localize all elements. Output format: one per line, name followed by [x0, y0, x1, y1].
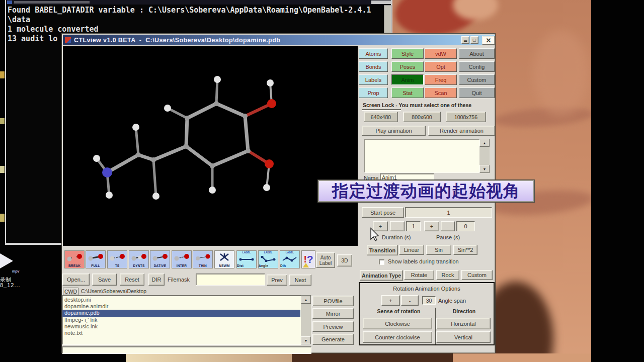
auto-label-button[interactable]: Auto Label	[316, 252, 335, 268]
panel-button-bonds[interactable]: Bonds	[359, 61, 388, 72]
toolbar-inter-button[interactable]: INTER	[172, 250, 192, 268]
console-titlebar-text	[14, 1, 90, 4]
panel-button-config[interactable]: Config	[459, 61, 495, 72]
toolbar-ts-button[interactable]: TS	[107, 250, 127, 268]
angle-span-field[interactable]: 30	[422, 296, 436, 305]
angle-minus-button[interactable]: -	[401, 295, 419, 306]
transition-sin-button[interactable]: Sin	[426, 245, 451, 255]
transition-label: Transition	[367, 245, 398, 255]
screen-lock-heading: Screen Lock - You must select one of the…	[363, 102, 471, 108]
transition-linear-button[interactable]: Linear	[399, 245, 424, 255]
generate-button[interactable]: Generate	[312, 334, 354, 345]
minimize-button[interactable]: ▃	[461, 36, 469, 44]
toolbar-dative-button[interactable]: DATIVE	[150, 250, 170, 268]
counter-clockwise-button[interactable]: Counter clockwise	[363, 331, 432, 343]
panel-button-prop[interactable]: Prop	[359, 87, 388, 98]
clockwise-button[interactable]: Clockwise	[363, 318, 432, 329]
panel-button-about[interactable]: About	[459, 48, 495, 59]
open-button[interactable]: Open...	[62, 274, 90, 286]
animation-listbox[interactable]	[364, 139, 490, 173]
scroll-up-icon[interactable]: ▲	[479, 139, 490, 147]
desktop-icon-4[interactable]	[0, 214, 5, 222]
render-animation-button[interactable]: Render animation	[428, 126, 495, 136]
start-pose-button[interactable]: Start pose	[362, 207, 404, 218]
vertical-button[interactable]: Vertical	[436, 331, 491, 343]
scroll-up-icon[interactable]: ▲	[301, 296, 311, 304]
console-titlebar[interactable]	[6, 0, 391, 5]
console-scrollbar[interactable]	[384, 5, 391, 33]
pause-plus-button[interactable]: +	[424, 221, 439, 231]
file-list[interactable]: desktop.ini dopamine.animdir dopamine.pd…	[62, 295, 311, 345]
pause-minus-button[interactable]: -	[441, 221, 455, 231]
povfile-button[interactable]: POVfile	[312, 296, 354, 306]
desktop-icon-1[interactable]	[0, 71, 5, 78]
toolbar-dist-label-button[interactable]: LABELDist	[236, 250, 257, 268]
resolution-640x480-button[interactable]: 640x480	[364, 112, 398, 122]
panel-button-labels[interactable]: Labels	[359, 74, 388, 85]
mirror-button[interactable]: Mirror	[312, 308, 354, 319]
file-item[interactable]: dopamine.animdir	[62, 303, 311, 310]
panel-button-anim[interactable]: Anim	[391, 74, 424, 85]
panel-button-freq[interactable]: Freq	[425, 74, 457, 85]
pause-label: Pause (s)	[436, 234, 460, 240]
close-button[interactable]: ✕	[482, 36, 495, 45]
file-item[interactable]: desktop.ini	[62, 297, 311, 303]
file-item[interactable]: note.txt	[62, 330, 311, 336]
file-item[interactable]: newmusic.lnk	[62, 323, 311, 330]
panel-button-opt[interactable]: Opt	[425, 61, 457, 72]
angle-plus-button[interactable]: +	[381, 295, 400, 306]
resolution-800x600-button[interactable]: 800x600	[403, 112, 441, 122]
maximize-button[interactable]: ▢	[470, 36, 478, 44]
animation-type-rotate-button[interactable]: Rotate	[404, 270, 434, 280]
play-animation-button[interactable]: Play animation	[362, 126, 426, 136]
toolbar-help-button[interactable]: !?	[301, 250, 315, 268]
show-labels-checkbox[interactable]	[379, 259, 384, 265]
toolbar-break-button[interactable]: BREAK	[64, 250, 85, 268]
scroll-down-icon[interactable]: ▼	[301, 336, 311, 344]
toolbar-thin-button[interactable]: THIN	[193, 250, 213, 268]
animation-type-rock-button[interactable]: Rock	[436, 270, 459, 280]
panel-button-atoms[interactable]: Atoms	[359, 48, 388, 59]
cwd-label: CWD	[63, 288, 78, 295]
transition-sin2-button[interactable]: Sin**2	[453, 245, 477, 255]
filemask-field[interactable]	[196, 274, 265, 286]
file-item[interactable]: ffmpeg- i¸' lnk	[62, 317, 311, 323]
panel-button-scan[interactable]: Scan	[425, 87, 457, 98]
save-button[interactable]: Save	[92, 274, 117, 286]
console-window-buttons[interactable]	[371, 1, 391, 4]
panel-button-style[interactable]: Style	[391, 48, 424, 59]
prev-button[interactable]: Prev	[267, 275, 287, 286]
toolbar-dih-label-button[interactable]: LABELDih	[280, 250, 300, 268]
horizontal-button[interactable]: Horizontal	[436, 318, 491, 329]
preview-button[interactable]: Preview	[312, 321, 354, 332]
resolution-1008x756-button[interactable]: 1008x756	[446, 112, 486, 122]
toolbar-dynts-button[interactable]: DYNTS	[129, 250, 149, 268]
ctlview-titlebar[interactable]: CTLview v1.0 BETA - C:\Users\Sobereva\De…	[63, 35, 495, 45]
animation-type-custom-button[interactable]: Custom	[461, 270, 493, 280]
panel-button-quit[interactable]: Quit	[459, 87, 495, 98]
reset-button[interactable]: Reset	[120, 274, 144, 286]
panel-button-custom[interactable]: Custom	[459, 74, 495, 85]
help-warning-icon	[303, 263, 309, 267]
toolbar-full-button[interactable]: FULL	[86, 250, 106, 268]
toolbar-newm-button[interactable]: NEWM	[214, 250, 234, 268]
file-item-selected[interactable]: dopamine.pdb	[62, 310, 300, 316]
next-button[interactable]: Next	[289, 275, 311, 286]
mpv-player-icon[interactable]	[0, 253, 13, 268]
panel-button-vdw[interactable]: vdW	[425, 48, 457, 59]
dir-button[interactable]: DIR	[148, 274, 165, 286]
panel-button-stat[interactable]: Stat	[391, 87, 424, 98]
duration-minus-button[interactable]: -	[390, 221, 405, 231]
desktop-icon-3[interactable]	[0, 166, 5, 173]
duration-value-field[interactable]: 1	[406, 221, 421, 231]
start-pose-field[interactable]: 1	[405, 207, 492, 218]
scroll-down-icon[interactable]: ▼	[479, 165, 490, 173]
molecule-viewport[interactable]	[63, 46, 358, 246]
desktop-icon-2[interactable]	[0, 118, 5, 124]
threed-button[interactable]: 3D	[337, 254, 352, 266]
toolbar-angle-label-button[interactable]: LABELAngle	[258, 250, 278, 268]
pause-value-field[interactable]: 0	[456, 221, 475, 231]
panel-button-poses[interactable]: Poses	[391, 61, 424, 72]
animation-listbox-scrollbar[interactable]: ▲ ▼	[479, 139, 490, 173]
file-list-scrollbar[interactable]: ▲ ▼	[301, 296, 311, 344]
